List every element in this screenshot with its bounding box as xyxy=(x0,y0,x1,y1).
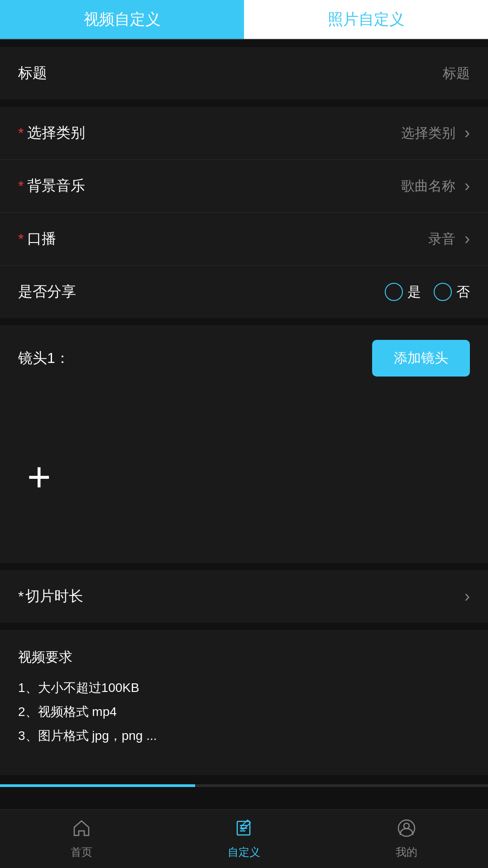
progress-bar-fill xyxy=(0,784,195,787)
share-no-radio[interactable]: 否 xyxy=(434,283,470,301)
share-radio-group: 是 否 xyxy=(385,283,470,301)
title-section: 标题 标题 xyxy=(0,47,488,100)
category-label: *选择类别 xyxy=(18,123,85,143)
req-item-1: 1、大小不超过100KB xyxy=(18,676,470,700)
share-yes-radio[interactable]: 是 xyxy=(385,283,421,301)
category-chevron-icon: › xyxy=(464,124,470,143)
bottom-nav: 首页 自定义 我的 xyxy=(0,809,488,868)
nav-label-home: 首页 xyxy=(71,845,92,859)
share-no-label: 否 xyxy=(456,283,470,301)
share-label: 是否分享 xyxy=(18,282,76,302)
music-row[interactable]: *背景音乐 歌曲名称 › xyxy=(0,160,488,213)
title-row: 标题 标题 xyxy=(0,47,488,100)
broadcast-value[interactable]: 录音 › xyxy=(428,229,470,248)
share-row: 是否分享 是 否 xyxy=(0,266,488,318)
camera-section: 镜头1： 添加镜头 + xyxy=(0,325,488,563)
tab-photo[interactable]: 照片自定义 xyxy=(244,0,488,39)
camera-upload-area[interactable]: + xyxy=(0,391,488,563)
camera-header: 镜头1： 添加镜头 xyxy=(0,325,488,391)
camera-label: 镜头1： xyxy=(18,348,70,368)
nav-item-custom[interactable]: 自定义 xyxy=(217,818,271,859)
share-yes-circle xyxy=(385,283,403,301)
music-label: *背景音乐 xyxy=(18,176,85,196)
nav-label-mine: 我的 xyxy=(396,845,417,859)
title-label: 标题 xyxy=(18,63,47,83)
form-section: *选择类别 选择类别 › *背景音乐 歌曲名称 › *口播 录音 › 是否分享 xyxy=(0,107,488,318)
requirements-section: 视频要求 1、大小不超过100KB 2、视频格式 mp4 3、图片格式 jpg，… xyxy=(0,630,488,775)
req-item-2: 2、视频格式 mp4 xyxy=(18,700,470,724)
progress-bar-container xyxy=(0,784,488,787)
broadcast-row[interactable]: *口播 录音 › xyxy=(0,213,488,266)
broadcast-label: *口播 xyxy=(18,229,56,249)
edit-icon xyxy=(234,818,254,841)
tab-video[interactable]: 视频自定义 xyxy=(0,0,244,39)
title-input-placeholder[interactable]: 标题 xyxy=(443,64,470,83)
plus-icon: + xyxy=(27,457,51,497)
req-item-3: 3、图片格式 jpg，png ... xyxy=(18,724,470,748)
music-value[interactable]: 歌曲名称 › xyxy=(401,176,470,196)
music-chevron-icon: › xyxy=(464,176,470,196)
share-no-circle xyxy=(434,283,452,301)
user-icon xyxy=(397,818,416,841)
broadcast-chevron-icon: › xyxy=(464,229,470,248)
nav-item-home[interactable]: 首页 xyxy=(54,818,109,859)
home-icon xyxy=(72,818,91,841)
clip-duration-row[interactable]: *切片时长 › xyxy=(0,570,488,623)
requirements-title: 视频要求 xyxy=(18,648,470,667)
share-yes-label: 是 xyxy=(407,283,421,301)
nav-item-mine[interactable]: 我的 xyxy=(379,818,434,859)
add-camera-button[interactable]: 添加镜头 xyxy=(372,340,470,377)
nav-label-custom: 自定义 xyxy=(228,845,260,859)
category-row[interactable]: *选择类别 选择类别 › xyxy=(0,107,488,160)
clip-chevron-icon: › xyxy=(464,587,470,606)
svg-point-2 xyxy=(404,823,409,829)
category-value[interactable]: 选择类别 › xyxy=(401,124,470,143)
clip-label: *切片时长 xyxy=(18,587,83,606)
tab-bar: 视频自定义 照片自定义 xyxy=(0,0,488,40)
